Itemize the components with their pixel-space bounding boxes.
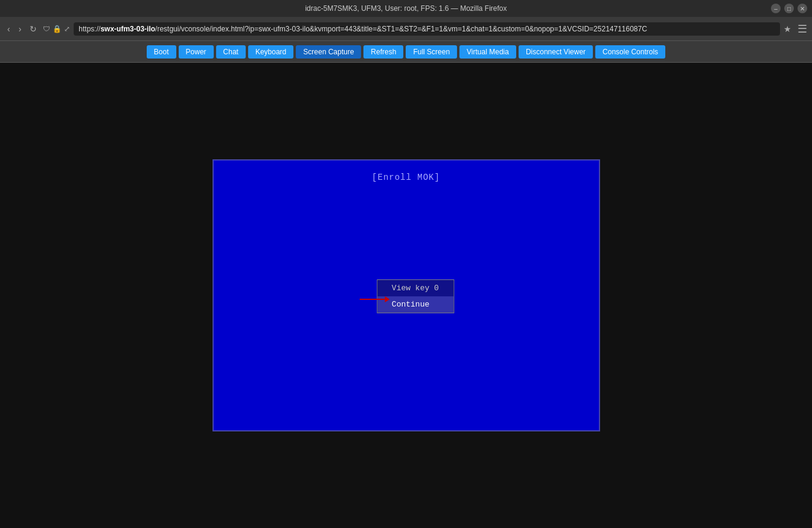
security-icons: 🛡 🔒 ⤢ <box>43 25 70 33</box>
kvm-screen[interactable]: [Enroll MOK] View key 0 Continue <box>213 159 600 431</box>
main-content: [Enroll MOK] View key 0 Continue <box>0 63 812 528</box>
power-button[interactable]: Power <box>179 45 214 59</box>
kvm-toolbar: Boot Power Chat Keyboard Screen Capture … <box>0 41 812 63</box>
full-screen-button[interactable]: Full Screen <box>406 45 457 59</box>
back-button[interactable]: ‹ <box>5 23 13 35</box>
console-controls-button[interactable]: Console Controls <box>595 45 665 59</box>
screen-capture-button[interactable]: Screen Capture <box>296 45 361 59</box>
url-bar[interactable]: https://swx-ufm3-03-ilo/restgui/vconsole… <box>74 22 780 36</box>
disconnect-viewer-button[interactable]: Disconnect Viewer <box>519 45 593 59</box>
cursor-arrow-svg <box>359 294 389 304</box>
url-text: https://swx-ufm3-03-ilo/restgui/vconsole… <box>78 25 647 33</box>
browser-titlebar: idrac-5M7SMK3, UFM3, User: root, FPS: 1.… <box>0 0 812 17</box>
forward-button[interactable]: › <box>16 23 24 35</box>
svg-marker-1 <box>385 296 389 302</box>
minimize-button[interactable]: – <box>771 4 781 13</box>
reload-button[interactable]: ↻ <box>27 23 39 35</box>
lock-icon: 🔒 <box>53 25 62 33</box>
address-bar-container: ‹ › ↻ 🛡 🔒 ⤢ https://swx-ufm3-03-ilo/rest… <box>0 17 812 41</box>
expand-icon: ⤢ <box>64 25 70 33</box>
virtual-media-button[interactable]: Virtual Media <box>459 45 516 59</box>
shield-icon: 🛡 <box>43 25 50 33</box>
refresh-button[interactable]: Refresh <box>363 45 403 59</box>
cursor-arrow <box>359 294 389 307</box>
maximize-button[interactable]: □ <box>784 4 794 13</box>
kvm-screen-title: [Enroll MOK] <box>372 173 440 182</box>
bookmark-icon[interactable]: ★ <box>784 24 791 34</box>
titlebar-controls: – □ ✕ <box>771 4 807 13</box>
boot-button[interactable]: Boot <box>147 45 176 59</box>
chat-button[interactable]: Chat <box>216 45 246 59</box>
hamburger-menu-icon[interactable]: ☰ <box>798 22 807 36</box>
keyboard-button[interactable]: Keyboard <box>248 45 293 59</box>
close-button[interactable]: ✕ <box>798 4 807 13</box>
browser-title: idrac-5M7SMK3, UFM3, User: root, FPS: 1.… <box>305 4 507 13</box>
